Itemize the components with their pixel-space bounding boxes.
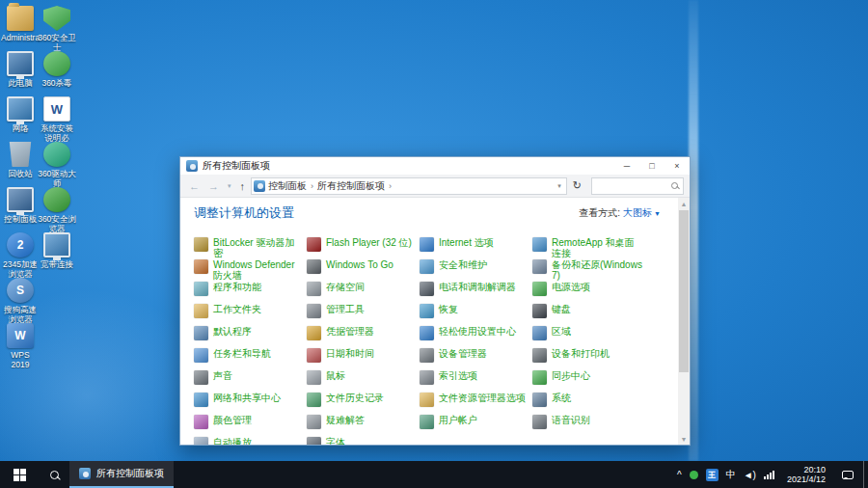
control-panel-item[interactable]: 凭据管理器 [307, 325, 420, 347]
control-panel-item[interactable]: 电源选项 [532, 281, 645, 303]
scroll-down-icon[interactable]: ▼ [678, 433, 690, 445]
control-panel-item[interactable]: RemoteApp 和桌面连接 [532, 236, 645, 258]
control-panel-item[interactable]: 备份和还原(Windows 7) [532, 258, 645, 281]
desktop-icon[interactable]: Administrator [2, 6, 39, 51]
show-desktop-button[interactable] [863, 461, 868, 488]
search-box[interactable] [591, 177, 684, 195]
flash-player-icon [307, 237, 321, 252]
action-center-button[interactable] [832, 461, 863, 488]
defender-firewall-icon [194, 259, 208, 274]
control-panel-item[interactable]: 设备管理器 [420, 347, 532, 369]
control-panel-item[interactable]: 工作文件夹 [194, 303, 307, 325]
system-icon [532, 393, 547, 407]
desktop-icon[interactable]: 控制面板 [2, 187, 39, 232]
desktop-icon[interactable]: 22345加速浏览器 [2, 232, 39, 278]
view-by-selector[interactable]: 大图标 ▼ [623, 206, 661, 220]
control-panel-item[interactable]: 电话和调制解调器 [420, 281, 532, 303]
desktop-icon[interactable]: 360安全卫士 [39, 6, 75, 51]
control-panel-item-label: 程序和功能 [213, 282, 304, 292]
control-panel-item[interactable]: 任务栏和导航 [194, 347, 307, 369]
control-panel-item[interactable]: 索引选项 [420, 369, 532, 392]
desktop-icon[interactable]: 网络 [2, 96, 39, 142]
desktop-icon-label: 控制面板 [1, 215, 40, 225]
control-panel-item[interactable]: 日期和时间 [307, 347, 420, 369]
control-panel-item[interactable]: 字体 [307, 436, 420, 445]
control-panel-item[interactable]: 语音识别 [532, 414, 645, 436]
breadcrumb-segment[interactable]: 控制面板 [265, 179, 310, 193]
explorer-toolbar: ← → ▾ ↑ 控制面板›所有控制面板项› ▾ ↻ [180, 175, 690, 198]
maximize-button[interactable]: □ [639, 157, 665, 175]
control-panel-item[interactable]: Windows Defender 防火墙 [194, 258, 307, 281]
control-panel-item[interactable]: 颜色管理 [194, 414, 307, 436]
control-panel-item[interactable]: 声音 [194, 369, 307, 392]
recent-locations-dropdown-icon[interactable]: ▾ [225, 182, 234, 190]
control-panel-item[interactable]: 程序和功能 [194, 281, 307, 303]
close-button[interactable]: × [665, 157, 690, 175]
control-panel-item[interactable]: 自动播放 [194, 436, 307, 445]
desktop-icon-label: 360安全浏览器 [38, 215, 76, 232]
default-programs-icon [194, 326, 208, 340]
window-titlebar[interactable]: 所有控制面板项 ─ □ × [180, 157, 690, 175]
desktop-icon[interactable]: 宽带连接 [39, 232, 75, 278]
control-panel-item[interactable]: 用户帐户 [420, 414, 532, 436]
ime-mode-indicator[interactable]: 中 [726, 468, 736, 481]
control-panel-item[interactable]: 键盘 [532, 303, 645, 325]
control-panel-item-label: 安全和维护 [439, 259, 529, 270]
control-panel-item[interactable]: BitLocker 驱动器加密 [194, 236, 307, 258]
control-panel-item[interactable]: Internet 选项 [420, 236, 532, 258]
desktop-icon[interactable]: 360杀毒 [39, 51, 75, 96]
control-panel-item[interactable]: 网络和共享中心 [194, 392, 307, 414]
desktop-icon[interactable]: S搜狗高速浏览器 [2, 278, 39, 323]
control-panel-item[interactable]: 存储空间 [307, 281, 420, 303]
desktop-icon[interactable]: W系统安装说明必看.docx [39, 96, 75, 142]
control-panel-item[interactable]: 文件历史记录 [307, 392, 420, 414]
control-panel-item[interactable]: Windows To Go [307, 258, 420, 281]
control-panel-item[interactable]: 轻松使用设置中心 [420, 325, 532, 347]
scroll-up-icon[interactable]: ▲ [678, 198, 690, 209]
desktop-icon[interactable]: 360驱动大师 [39, 142, 75, 187]
control-panel-item[interactable]: 区域 [532, 325, 645, 347]
control-panel-item-label: 键盘 [552, 304, 642, 314]
taskbar-clock[interactable]: 20:10 2021/4/12 [780, 461, 832, 488]
taskbar-search-button[interactable] [39, 461, 69, 488]
minimize-button[interactable]: ─ [614, 157, 639, 175]
control-panel-item[interactable]: 安全和维护 [420, 258, 532, 281]
back-icon[interactable]: ← [186, 180, 203, 192]
scroll-thumb[interactable] [679, 210, 689, 372]
up-icon[interactable]: ↑ [237, 180, 249, 192]
control-panel-item[interactable]: 恢复 [420, 303, 532, 325]
start-button[interactable] [0, 461, 39, 488]
desktop-icon[interactable]: 此电脑 [2, 51, 39, 96]
control-panel-item[interactable]: 设备和打印机 [532, 347, 645, 369]
wang-input-tray-icon[interactable]: 王 [706, 469, 719, 481]
broadband-connection-icon [43, 232, 70, 258]
desktop-icon[interactable]: WWPS 2019 [2, 323, 39, 368]
security-tray-icon[interactable] [690, 471, 698, 479]
control-panel-item[interactable]: 同步中心 [532, 369, 645, 392]
360-safeguard-icon [43, 6, 70, 31]
refresh-icon[interactable]: ↻ [570, 179, 584, 192]
network-icon[interactable] [764, 470, 774, 479]
scrollbar[interactable]: ▲ ▼ [678, 198, 690, 445]
desktop-icon[interactable]: 回收站 [2, 142, 39, 187]
volume-icon[interactable]: ◄) [744, 470, 756, 480]
signal-bar [764, 476, 766, 479]
address-dropdown-icon[interactable]: ▾ [555, 182, 564, 190]
taskbar-window-button[interactable]: 所有控制面板项 [69, 461, 174, 488]
address-bar[interactable]: 控制面板›所有控制面板项› ▾ [251, 177, 567, 195]
control-panel-item[interactable]: 系统 [532, 392, 645, 414]
control-panel-item[interactable]: 疑难解答 [307, 414, 420, 436]
control-panel-item[interactable]: 鼠标 [307, 369, 420, 392]
breadcrumb-segment[interactable]: 所有控制面板项 [314, 179, 388, 193]
control-panel-item[interactable]: Flash Player (32 位) [307, 236, 420, 258]
control-panel-item-label: 工作文件夹 [213, 304, 304, 314]
task-button-icon [79, 468, 91, 479]
forward-icon[interactable]: → [205, 180, 222, 192]
control-panel-item[interactable]: 文件资源管理器选项 [420, 392, 532, 414]
control-panel-item[interactable]: 默认程序 [194, 325, 307, 347]
control-panel-item[interactable]: 管理工具 [307, 303, 420, 325]
desktop-icon[interactable]: 360安全浏览器 [39, 187, 75, 232]
search-input[interactable] [592, 178, 683, 194]
hidden-icons-chevron-icon[interactable]: ^ [677, 470, 682, 480]
breadcrumb-chevron-icon[interactable]: › [388, 181, 393, 191]
